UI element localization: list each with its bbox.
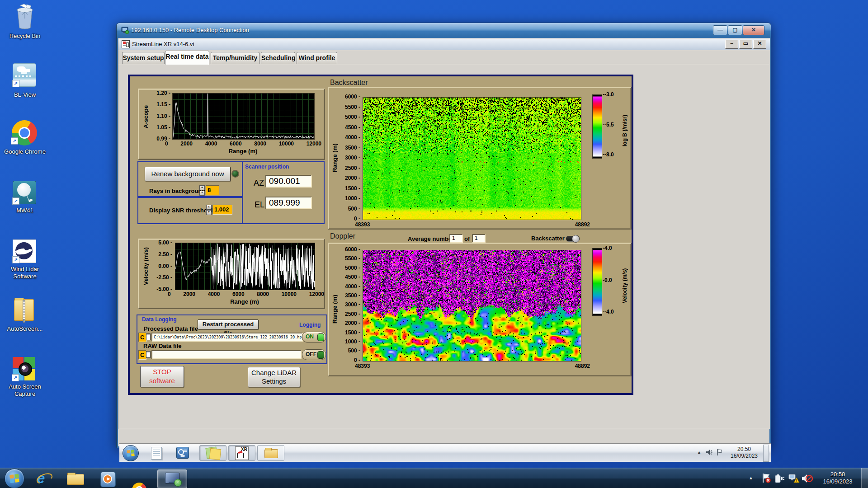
desktop-icon-label: MW41 (0, 207, 50, 214)
session-action-center-icon[interactable] (716, 449, 723, 456)
internet-explorer-icon[interactable]: e (36, 471, 52, 486)
session-taskbar: XR ▲ 20:50 16/09/2023 (119, 443, 771, 462)
raw-logging-switch[interactable]: OFF (302, 349, 326, 360)
velocity-graph: 5.002.500.00-2.50-5.00 Velocity (m/s) 02… (138, 239, 325, 309)
bl-view-icon: ↗ (13, 63, 36, 87)
desktop-icon-autoscreen-zip[interactable]: AutoScreen... (0, 297, 50, 339)
rdp-titlebar[interactable]: 192.168.0.150 - Remote Desktop Connectio… (117, 23, 771, 38)
sticky-notes-taskbar-button[interactable] (199, 445, 226, 461)
tab-temp-humidity[interactable]: Temp/humidity (211, 52, 259, 64)
zip-folder-icon (14, 299, 34, 321)
of-label: of (464, 235, 470, 242)
rdp-taskbar-button[interactable]: ⤫ (157, 469, 187, 488)
raw-browse-icon[interactable] (146, 351, 151, 358)
volume-muted-icon[interactable] (801, 473, 813, 484)
session-clock[interactable]: 20:50 16/09/2023 (728, 446, 760, 460)
doppler-colorbar (592, 248, 602, 316)
average-total-value[interactable]: 1 (472, 234, 486, 243)
action-center-flag-icon[interactable] (761, 473, 771, 483)
rays-value[interactable]: 8 (206, 185, 219, 195)
vi-titlebar[interactable]: StreamLine XR v14-6.vi – ▭ ✕ (118, 38, 770, 50)
shortcut-arrow-icon: ↗ (12, 197, 19, 205)
media-player-icon[interactable] (100, 472, 116, 487)
ascope-plot (172, 93, 315, 140)
streamline-xr-taskbar-button[interactable]: XR (228, 445, 255, 461)
data-logging-box: Data Logging Processed Data file Restart… (137, 314, 327, 364)
backscatter-colorbar-label: log B (/m/sr) (622, 101, 628, 160)
backscatter-title: Backscatter (330, 79, 368, 87)
session-volume-icon[interactable] (706, 449, 713, 456)
velocity-ytick-labels: 5.002.500.00-2.50-5.00 (152, 240, 172, 292)
backscatter-toggle[interactable] (566, 236, 580, 241)
desktop-icon-auto-screen-capture[interactable]: ↗ Auto Screen Capture (0, 357, 50, 407)
session-tray-expand-icon[interactable]: ▲ (697, 450, 701, 455)
chrome-taskbar-icon[interactable] (132, 483, 146, 488)
doppler-xtick-labels: 48393 48892 (355, 363, 590, 369)
data-logging-title: Data Logging (142, 316, 177, 323)
session-show-desktop-button[interactable] (763, 445, 769, 462)
az-value: 090.001 (265, 175, 312, 188)
switch-knob (317, 351, 324, 359)
backscatter-graph: 6000550050004500400035003000250020001500… (328, 87, 632, 230)
minimize-button[interactable]: — (713, 25, 727, 35)
change-lidar-settings-button[interactable]: Change LiDAR Settings (248, 367, 300, 387)
doppler-colorbar-ticks: 4.00.0-4.0 (603, 245, 620, 315)
notepad-icon[interactable] (151, 447, 162, 460)
desktop-icon-wind-lidar[interactable]: ↗ Wind Lidar Software (0, 239, 50, 289)
tab-system-setup[interactable]: System setup (122, 52, 165, 64)
raw-path-field[interactable] (151, 350, 302, 359)
ascope-graph: 1.201.151.101.050.99 A-scope 02000400060… (138, 89, 325, 160)
snr-value[interactable]: 1.002 (212, 205, 232, 215)
close-button[interactable]: ✕ (743, 25, 764, 35)
maximize-button[interactable]: ▢ (728, 25, 742, 35)
maximize-button[interactable]: ▭ (739, 40, 752, 49)
host-date: 16/09/2023 (817, 478, 858, 485)
tray-expand-icon[interactable]: ▲ (749, 475, 753, 480)
chrome-icon: ↗ (12, 120, 37, 145)
desktop-icon-label: Recycle Bin (0, 33, 50, 40)
show-desktop-button[interactable] (861, 468, 868, 488)
restart-processed-file-button[interactable]: Restart processed file (198, 319, 259, 329)
doppler-ytick-labels: 6000550050004500400035003000250020001500… (340, 247, 360, 363)
renew-background-button[interactable]: Renew background now (145, 167, 231, 181)
session-date: 16/09/2023 (728, 453, 760, 460)
rays-spinner[interactable]: ▲▼ (199, 185, 205, 194)
processed-drive-box[interactable]: C (138, 333, 146, 342)
stop-software-button[interactable]: STOP software (140, 366, 184, 387)
backscatter-colorbar (592, 94, 602, 159)
explorer-taskbar-button[interactable] (257, 445, 284, 461)
host-clock[interactable]: 20:50 16/09/2023 (817, 471, 858, 485)
desktop-icon-mw41[interactable]: ↗ MW41 (0, 181, 50, 222)
average-number-value[interactable]: 1 (449, 234, 463, 243)
velocity-plot (175, 243, 315, 290)
on-label: ON (306, 333, 314, 340)
power-battery-icon[interactable] (774, 473, 785, 484)
close-button[interactable]: ✕ (753, 40, 766, 49)
renew-led-indicator (231, 170, 239, 178)
desktop-icon-recycle-bin[interactable]: Recycle Bin (0, 4, 50, 45)
raw-drive-box[interactable]: C (138, 350, 146, 360)
az-label: AZ (254, 178, 264, 188)
explorer-folder-icon[interactable] (67, 474, 84, 485)
start-button[interactable] (5, 469, 24, 488)
system-monitor-icon[interactable] (176, 447, 189, 459)
minimize-button[interactable]: – (725, 40, 738, 49)
scanner-position-title: Scanner position (245, 164, 289, 170)
raw-file-label: RAW Data file (143, 343, 182, 349)
ascope-ytick-labels: 1.201.151.101.050.99 (151, 90, 170, 142)
desktop-icon-label: Google Chrome (0, 148, 50, 155)
desktop-icon-label: Wind Lidar Software (0, 266, 50, 280)
desktop-icon-google-chrome[interactable]: ↗ Google Chrome (0, 120, 50, 170)
processed-browse-icon[interactable] (146, 333, 151, 340)
snr-spinner[interactable]: ▲▼ (206, 205, 212, 214)
tab-scheduling[interactable]: Scheduling (261, 52, 295, 64)
vi-app-icon (122, 40, 130, 48)
tab-real-time-data[interactable]: Real time data (165, 51, 209, 65)
tab-wind-profile[interactable]: Wind profile (297, 52, 337, 64)
network-warning-icon[interactable]: ! (788, 473, 800, 484)
processed-logging-switch[interactable]: ON (302, 332, 326, 343)
session-start-button[interactable] (123, 445, 139, 461)
processed-path-field[interactable]: C:\Lidar\Data\Proc\2023\202309\20230916\… (151, 333, 303, 342)
svg-text:!: ! (796, 479, 797, 483)
desktop-icon-bl-view[interactable]: ↗ BL-View (0, 63, 50, 105)
